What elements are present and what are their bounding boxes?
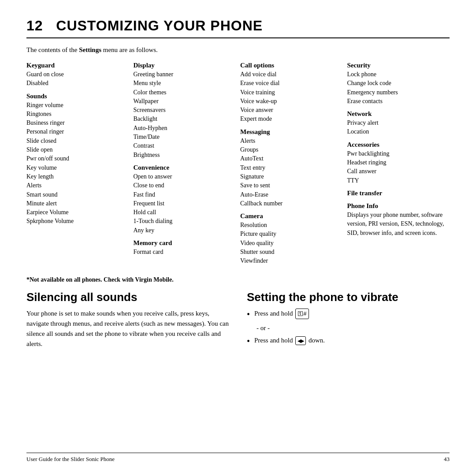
- menu-item-3-2-2: Call answer: [347, 167, 450, 176]
- menu-item-1-0-1: Menu style: [134, 79, 236, 88]
- menu-item-3-0-1: Change lock code: [347, 79, 450, 88]
- menu-item-0-1-12: Earpiece Volume: [26, 208, 129, 217]
- menu-item-0-1-8: Key length: [26, 172, 129, 181]
- or-line: - or -: [257, 324, 450, 332]
- menu-section-0-1: SoundsRinger volumeRingtonesBusiness rin…: [26, 93, 129, 226]
- title-rule: [26, 37, 450, 38]
- silencing-title: Silencing all sounds: [26, 290, 229, 304]
- menu-item-0-0-0: Guard on close: [26, 70, 129, 79]
- menu-item-0-1-11: Minute alert: [26, 199, 129, 208]
- menu-col-1: DisplayGreeting bannerMenu styleColor th…: [134, 62, 236, 270]
- vibrate-list-2: • Press and hold ◀▶ down.: [247, 335, 450, 348]
- menu-item-2-1-3: Text entry: [240, 164, 343, 172]
- menu-item-0-1-6: Pwr on/off sound: [26, 154, 129, 163]
- menu-section-3-2: AccessoriesPwr backlightingHeadset ringi…: [347, 141, 450, 185]
- menu-item-0-1-4: Slide closed: [26, 137, 129, 145]
- menu-section-title-3-0: Security: [347, 62, 450, 69]
- menu-section-title-1-0: Display: [134, 62, 236, 69]
- menu-section-title-3-1: Network: [347, 110, 450, 118]
- menu-item-2-0-5: Expert mode: [240, 115, 343, 123]
- chapter-title: 12 Customizing Your Phone: [26, 18, 450, 34]
- menu-section-3-4: Phone InfoDisplays your phone number, so…: [347, 202, 450, 238]
- menu-item-3-1-1: Location: [347, 127, 450, 136]
- menu-item-1-1-4: Hold call: [134, 208, 236, 217]
- menu-item-0-1-9: Alerts: [26, 181, 129, 190]
- menu-item-1-0-6: Auto-Hyphen: [134, 124, 236, 133]
- menu-item-3-2-1: Headset ringing: [347, 158, 450, 167]
- menu-item-0-1-7: Key volume: [26, 164, 129, 172]
- intro-text: The contents of the Settings menu are as…: [26, 46, 450, 54]
- menu-item-1-0-3: Wallpaper: [134, 97, 236, 106]
- menu-item-2-2-2: Video quality: [240, 239, 343, 248]
- menu-item-0-1-10: Smart sound: [26, 190, 129, 199]
- menu-item-1-0-2: Color themes: [134, 88, 236, 97]
- menu-item-2-1-6: Auto-Erase: [240, 190, 343, 199]
- menu-item-0-0-1: Disabled: [26, 79, 129, 88]
- menu-section-title-0-0: Keyguard: [26, 62, 129, 69]
- silencing-section: Silencing all sounds Your phone is set t…: [26, 290, 229, 448]
- menu-item-0-1-13: Spkrphone Volume: [26, 217, 129, 226]
- menu-item-3-0-2: Emergency numbers: [347, 88, 450, 97]
- menu-item-1-0-8: Contrast: [134, 141, 236, 150]
- bullet-dot-2: •: [247, 335, 250, 348]
- menu-item-1-0-7: Time/Date: [134, 133, 236, 141]
- menu-item-1-1-1: Close to end: [134, 181, 236, 190]
- menu-item-2-2-1: Picture quality: [240, 230, 343, 238]
- menu-section-1-0: DisplayGreeting bannerMenu styleColor th…: [134, 62, 236, 160]
- menu-section-3-1: NetworkPrivacy alertLocation: [347, 110, 450, 137]
- menu-item-1-0-4: Screensavers: [134, 106, 236, 115]
- menu-item-2-1-7: Callback number: [240, 199, 343, 208]
- menu-section-3-3: File transfer: [347, 190, 450, 198]
- menu-section-title-1-1: Convenience: [134, 164, 236, 171]
- menu-section-2-2: CameraResolutionPicture qualityVideo qua…: [240, 212, 343, 265]
- menu-col-0: KeyguardGuard on closeDisabledSoundsRing…: [26, 62, 129, 270]
- menu-item-1-1-3: Frequent list: [134, 199, 236, 208]
- footer-left: User Guide for the Slider Sonic Phone: [26, 456, 115, 463]
- bottom-sections: Silencing all sounds Your phone is set t…: [26, 290, 450, 448]
- menu-col-3: SecurityLock phoneChange lock codeEmerge…: [347, 62, 450, 270]
- vibrate-section: Setting the phone to vibrate • Press and…: [247, 290, 450, 448]
- menu-section-title-2-0: Call options: [240, 62, 343, 69]
- page: 12 Customizing Your Phone The contents o…: [0, 0, 476, 476]
- pound-key-icon: ⚿#: [295, 309, 309, 319]
- menu-section-title-3-3: File transfer: [347, 190, 450, 197]
- menu-item-1-0-5: Backlight: [134, 115, 236, 123]
- menu-item-0-1-5: Slide open: [26, 145, 129, 154]
- menu-section-2-0: Call optionsAdd voice dialErase voice di…: [240, 62, 343, 124]
- menu-section-0-0: KeyguardGuard on closeDisabled: [26, 62, 129, 88]
- menu-item-2-1-1: Groups: [240, 145, 343, 154]
- availability-note: *Not available on all phones. Check with…: [26, 276, 450, 283]
- menu-item-0-1-3: Personal ringer: [26, 127, 129, 136]
- menu-item-1-1-5: 1-Touch dialing: [134, 217, 236, 226]
- footer-page-number: 43: [444, 456, 450, 463]
- menu-col-2: Call optionsAdd voice dialErase voice di…: [240, 62, 343, 270]
- menu-item-1-0-9: Brightness: [134, 151, 236, 160]
- vibrate-list: • Press and hold ⚿#: [247, 309, 450, 321]
- menu-item-1-0-0: Greeting banner: [134, 70, 236, 79]
- menu-item-3-0-0: Lock phone: [347, 70, 450, 79]
- menu-section-1-1: ConvenienceOpen to answerClose to endFas…: [134, 164, 236, 235]
- menu-item-3-2-0: Pwr backlighting: [347, 149, 450, 158]
- menu-item-3-4-0: Displays your phone number, software ver…: [347, 211, 450, 238]
- menu-item-3-1-0: Privacy alert: [347, 119, 450, 127]
- menu-item-2-1-0: Alerts: [240, 137, 343, 145]
- menu-item-3-0-3: Erase contacts: [347, 97, 450, 106]
- menu-item-2-1-5: Save to sent: [240, 181, 343, 190]
- menu-section-3-0: SecurityLock phoneChange lock codeEmerge…: [347, 62, 450, 106]
- menu-item-2-0-1: Erase voice dial: [240, 79, 343, 88]
- menu-item-1-1-0: Open to answer: [134, 172, 236, 181]
- menu-section-title-1-2: Memory card: [134, 239, 236, 247]
- menu-item-2-2-3: Shutter sound: [240, 248, 343, 257]
- menu-item-0-1-1: Ringtones: [26, 110, 129, 119]
- menu-section-title-3-2: Accessories: [347, 141, 450, 149]
- menu-item-2-0-0: Add voice dial: [240, 70, 343, 79]
- volume-key-icon: ◀▶: [295, 336, 306, 346]
- menu-item-0-1-2: Business ringer: [26, 119, 129, 127]
- menu-item-2-1-2: AutoText: [240, 154, 343, 163]
- menu-item-1-1-6: Any key: [134, 226, 236, 235]
- menu-section-1-2: Memory cardFormat card: [134, 239, 236, 257]
- menu-item-2-0-3: Voice wake-up: [240, 97, 343, 106]
- menu-item-2-2-4: Viewfinder: [240, 257, 343, 265]
- menu-item-0-1-0: Ringer volume: [26, 101, 129, 110]
- menu-item-2-0-4: Voice answer: [240, 106, 343, 115]
